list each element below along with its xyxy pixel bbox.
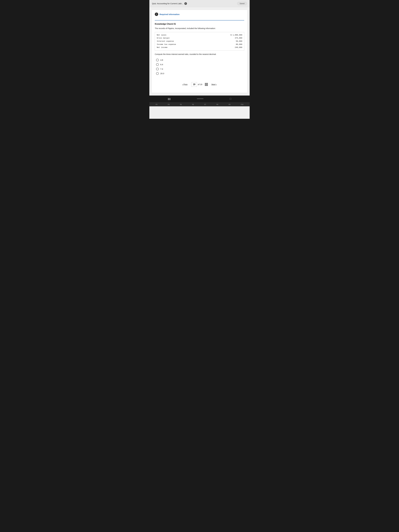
answer-option-1[interactable]: 4.8: [156, 59, 244, 61]
grid-dot: [207, 84, 208, 85]
radio-inner-3: [157, 69, 158, 70]
key-f10-label: F10: [241, 104, 243, 105]
key-f4[interactable]: F4: [168, 104, 170, 105]
key-f6[interactable]: F6: [192, 104, 194, 105]
radio-1[interactable]: [156, 59, 159, 61]
back-button[interactable]: ▮▮: [168, 97, 171, 100]
label-interest-expense: Interest expense: [157, 40, 174, 43]
value-gross-margin: 475,000: [229, 37, 242, 40]
data-row: Gross margin 475,000: [157, 37, 242, 40]
value-interest-expense: 50,000: [229, 40, 242, 43]
key-f5[interactable]: F5: [180, 104, 182, 105]
label-gross-margin: Gross margin: [157, 37, 170, 40]
header-bar: Quiz: Accounting for Current Liabi... i …: [149, 0, 250, 7]
value-net-sales: $ 1,000,000: [229, 33, 242, 37]
grid-dot: [207, 83, 208, 84]
answer-option-3[interactable]: 7.4: [156, 68, 244, 70]
key-f6-label: F6: [192, 104, 194, 105]
navigation-bar: ‹ Prev of 19 Next ›: [155, 80, 244, 89]
answer-label-4: 20.0: [160, 72, 164, 75]
radio-4[interactable]: [156, 72, 159, 75]
key-f5-label: F5: [180, 104, 182, 105]
page-current-input[interactable]: [191, 82, 197, 87]
grid-dot: [205, 85, 206, 86]
main-screen: Quiz: Accounting for Current Liabi... i …: [149, 0, 250, 119]
required-text: Required information: [159, 13, 180, 15]
radio-3[interactable]: [156, 68, 159, 70]
grid-dot: [205, 83, 206, 84]
page-input-wrapper: of 19: [191, 82, 202, 87]
answer-label-3: 7.4: [160, 68, 163, 70]
grid-dot: [207, 85, 208, 86]
answer-label-2: 6.4: [160, 63, 163, 66]
data-row: Net sales $ 1,000,000: [157, 33, 242, 37]
knowledge-check-title: Knowledge Check 01: [155, 23, 244, 25]
content-card: ! Required information Knowledge Check 0…: [152, 10, 247, 93]
keyboard-row: F3 F4 F5 F6 F7 F8 F9 F10: [149, 102, 250, 106]
label-net-income: Net income: [157, 46, 167, 49]
required-banner: ! Required information: [155, 13, 244, 17]
square-button[interactable]: □: [230, 97, 231, 100]
required-icon: !: [155, 13, 158, 16]
key-f8-label: F8: [216, 104, 218, 105]
question-intro: The records of Pippins, Incorporated, in…: [155, 27, 244, 30]
home-indicator-button[interactable]: [197, 98, 203, 99]
radio-2[interactable]: [156, 63, 159, 66]
key-f9[interactable]: F9: [229, 104, 230, 105]
quiz-title: Quiz: Accounting for Current Liabi...: [152, 2, 183, 5]
key-f7-label: F7: [204, 104, 206, 105]
label-net-sales: Net sales: [157, 33, 166, 37]
info-icon[interactable]: i: [184, 2, 187, 5]
grid-dot: [205, 84, 206, 85]
key-f4-label: F4: [168, 104, 170, 105]
answer-label-1: 4.8: [160, 59, 163, 61]
header-title-area: Quiz: Accounting for Current Liabi... i: [152, 2, 187, 5]
answer-choices: 4.8 6.4 7.4 20.0: [156, 59, 244, 75]
key-f7[interactable]: F7: [204, 104, 206, 105]
grid-menu-icon[interactable]: [205, 83, 208, 86]
label-income-tax: Income tax expense: [157, 43, 176, 46]
key-f10[interactable]: F10: [241, 104, 243, 105]
radio-inner-1: [157, 59, 158, 61]
next-button[interactable]: Next ›: [210, 83, 218, 86]
saved-badge: Saved: [237, 2, 247, 5]
grid-dot: [206, 84, 207, 85]
prev-arrow-icon: ‹: [182, 83, 183, 86]
key-f8[interactable]: F8: [216, 104, 218, 105]
answer-option-2[interactable]: 6.4: [156, 63, 244, 66]
key-f3-label: F3: [156, 104, 157, 105]
question-instruction: Compute the times interest earned ratio,…: [155, 53, 244, 56]
value-net-income: 240,000: [229, 46, 242, 49]
grid-dot: [206, 85, 207, 86]
next-arrow-icon: ›: [216, 83, 217, 86]
data-row: Net income 240,000: [157, 46, 242, 49]
next-label: Next: [211, 83, 215, 86]
data-row: Interest expense 50,000: [157, 40, 242, 43]
device-bottom-bar: ▮▮ □: [149, 95, 250, 102]
prev-button[interactable]: ‹ Prev: [181, 83, 189, 86]
grid-dot: [206, 83, 207, 84]
radio-inner-2: [157, 64, 158, 65]
key-f3[interactable]: F3: [156, 104, 157, 105]
data-row: Income tax expense 80,000: [157, 43, 242, 46]
answer-option-4[interactable]: 20.0: [156, 72, 244, 75]
data-table: Net sales $ 1,000,000 Gross margin 475,0…: [155, 32, 244, 51]
value-income-tax: 80,000: [229, 43, 242, 46]
prev-label: Prev: [184, 83, 188, 86]
key-f9-label: F9: [229, 104, 230, 105]
divider: [155, 20, 244, 20]
page-total-label: of 19: [198, 83, 202, 86]
radio-inner-4: [157, 73, 158, 74]
